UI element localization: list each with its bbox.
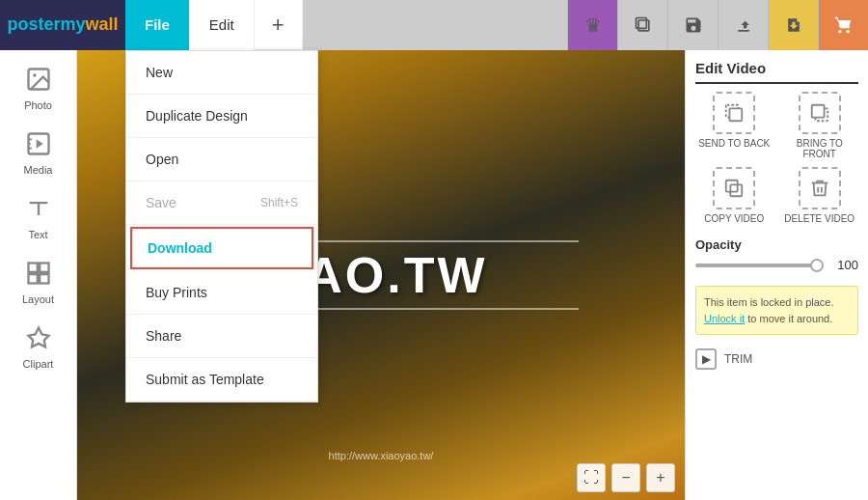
sidebar: Photo Media Text Layout Clipart: [0, 50, 77, 500]
save-label: Save: [146, 195, 176, 210]
right-panel: Edit Video SEND TO BACK BR: [685, 50, 868, 500]
bring-to-front-btn[interactable]: BRING TO FRONT: [781, 92, 859, 159]
svg-rect-6: [28, 264, 37, 272]
menu-item-new[interactable]: New: [126, 51, 317, 95]
sidebar-item-media[interactable]: Media: [5, 120, 72, 182]
sidebar-item-text[interactable]: Text: [5, 184, 72, 247]
header-spacer: [303, 0, 567, 50]
save-icon-btn[interactable]: [667, 0, 718, 50]
svg-point-3: [33, 73, 37, 77]
delete-video-label: DELETE VIDEO: [784, 213, 854, 224]
main-area: Photo Media Text Layout Clipart: [0, 50, 868, 500]
svg-rect-0: [638, 20, 649, 31]
file-menu: New Duplicate Design Open Save Shift+S D…: [125, 50, 318, 403]
save-shortcut: Shift+S: [260, 196, 298, 209]
tab-add[interactable]: +: [255, 0, 303, 50]
layout-icon: [21, 256, 56, 291]
sidebar-item-clipart[interactable]: Clipart: [5, 314, 72, 376]
photo-icon: [21, 62, 56, 97]
delete-video-icon: [799, 167, 841, 209]
opacity-section-title: Opacity: [695, 237, 858, 252]
svg-rect-8: [28, 274, 37, 283]
zoom-out-btn[interactable]: −: [611, 463, 640, 492]
menu-item-submit-template[interactable]: Submit as Template: [126, 358, 317, 402]
trim-label: TRIM: [724, 352, 752, 366]
logo-text: postermywall: [7, 14, 118, 35]
crown-icon-btn[interactable]: ♛: [567, 0, 617, 50]
menu-item-share[interactable]: Share: [126, 315, 317, 358]
clipart-icon: [21, 320, 56, 355]
unlock-link[interactable]: Unlock it: [704, 313, 745, 324]
canvas-controls: ⛶ − +: [577, 463, 675, 492]
menu-item-download[interactable]: Download: [130, 227, 313, 269]
nav-tabs: File Edit +: [125, 0, 303, 50]
trim-btn[interactable]: ▶ TRIM: [695, 345, 858, 374]
text-icon: [21, 191, 56, 226]
copy-video-label: COPY VIDEO: [704, 213, 764, 224]
locked-notice: This item is locked in place. Unlock it …: [695, 286, 858, 335]
sidebar-label-layout: Layout: [22, 293, 54, 305]
svg-rect-9: [40, 274, 48, 283]
svg-rect-15: [731, 184, 743, 196]
send-to-back-label: SEND TO BACK: [698, 138, 770, 149]
svg-marker-10: [28, 328, 48, 347]
logo: postermywall: [0, 0, 125, 50]
svg-rect-1: [636, 17, 646, 28]
header: postermywall File Edit + ♛: [0, 0, 868, 50]
opacity-thumb[interactable]: [810, 259, 824, 272]
sidebar-item-layout[interactable]: Layout: [5, 249, 72, 312]
sidebar-item-photo[interactable]: Photo: [5, 55, 72, 118]
tab-file[interactable]: File: [125, 0, 190, 50]
menu-item-buy-prints[interactable]: Buy Prints: [126, 271, 317, 315]
canvas-url: http://www.xiaoyao.tw/: [329, 450, 434, 461]
opacity-row: 100: [695, 258, 858, 272]
media-icon: [21, 126, 56, 161]
file-menu-scroll: New Duplicate Design Open Save Shift+S D…: [126, 51, 317, 402]
sidebar-label-photo: Photo: [24, 99, 52, 111]
upload-icon-btn[interactable]: [718, 0, 768, 50]
bring-to-front-icon: [799, 92, 841, 134]
menu-item-save: Save Shift+S: [126, 181, 317, 225]
duplicate-icon-btn[interactable]: [617, 0, 667, 50]
download-header-btn[interactable]: [768, 0, 818, 50]
sidebar-label-clipart: Clipart: [23, 358, 54, 370]
menu-item-open[interactable]: Open: [126, 138, 317, 181]
sidebar-label-media: Media: [24, 164, 53, 176]
svg-rect-12: [730, 108, 743, 121]
sidebar-label-text: Text: [28, 229, 47, 240]
header-icons: ♛: [567, 0, 868, 50]
trim-icon: ▶: [695, 348, 717, 370]
fullscreen-btn[interactable]: ⛶: [577, 463, 606, 492]
cart-icon-btn[interactable]: [818, 0, 868, 50]
copy-video-btn[interactable]: COPY VIDEO: [695, 167, 773, 224]
bring-to-front-label: BRING TO FRONT: [781, 138, 859, 159]
svg-rect-14: [812, 105, 825, 118]
menu-item-duplicate[interactable]: Duplicate Design: [126, 95, 317, 138]
svg-rect-7: [40, 264, 48, 272]
svg-rect-16: [726, 181, 738, 192]
copy-video-icon: [713, 167, 755, 209]
locked-message: This item is locked in place.: [704, 296, 834, 308]
send-to-back-btn[interactable]: SEND TO BACK: [695, 92, 773, 159]
send-to-back-icon: [713, 92, 755, 134]
panel-title: Edit Video: [695, 60, 858, 84]
svg-marker-5: [36, 139, 42, 148]
opacity-value: 100: [831, 258, 858, 272]
opacity-slider[interactable]: [695, 264, 824, 267]
delete-video-btn[interactable]: DELETE VIDEO: [781, 167, 859, 224]
locked-suffix: to move it around.: [747, 313, 832, 324]
tab-edit[interactable]: Edit: [190, 0, 255, 50]
zoom-in-btn[interactable]: +: [646, 463, 675, 492]
panel-grid: SEND TO BACK BRING TO FRONT: [695, 92, 858, 224]
